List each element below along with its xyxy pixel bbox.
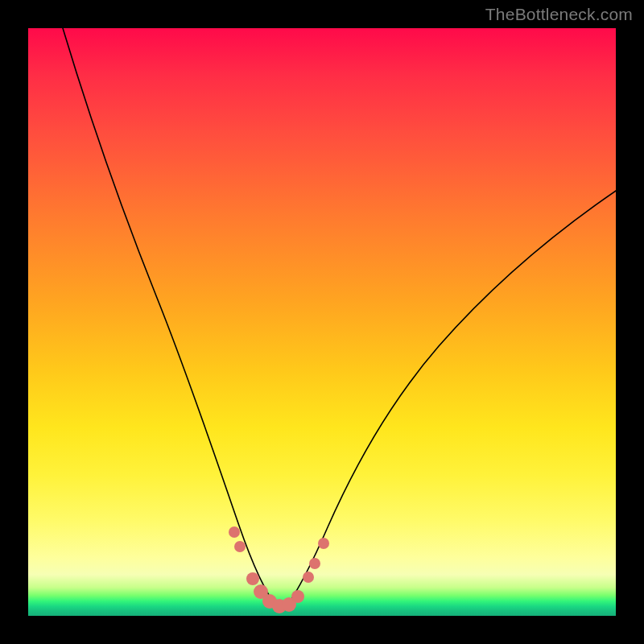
chart-stage: TheBottleneck.com <box>0 0 644 644</box>
marker-dot <box>291 590 304 603</box>
marker-dot <box>234 541 246 552</box>
marker-dot <box>309 558 320 569</box>
marker-dot <box>229 526 240 538</box>
left-curve <box>63 28 278 608</box>
right-curve <box>286 191 616 608</box>
watermark-text: TheBottleneck.com <box>485 5 633 24</box>
plot-area <box>28 28 616 616</box>
marker-dot <box>303 572 314 583</box>
marker-dot <box>246 572 259 585</box>
marker-dot <box>318 538 329 549</box>
chart-svg <box>28 28 616 616</box>
